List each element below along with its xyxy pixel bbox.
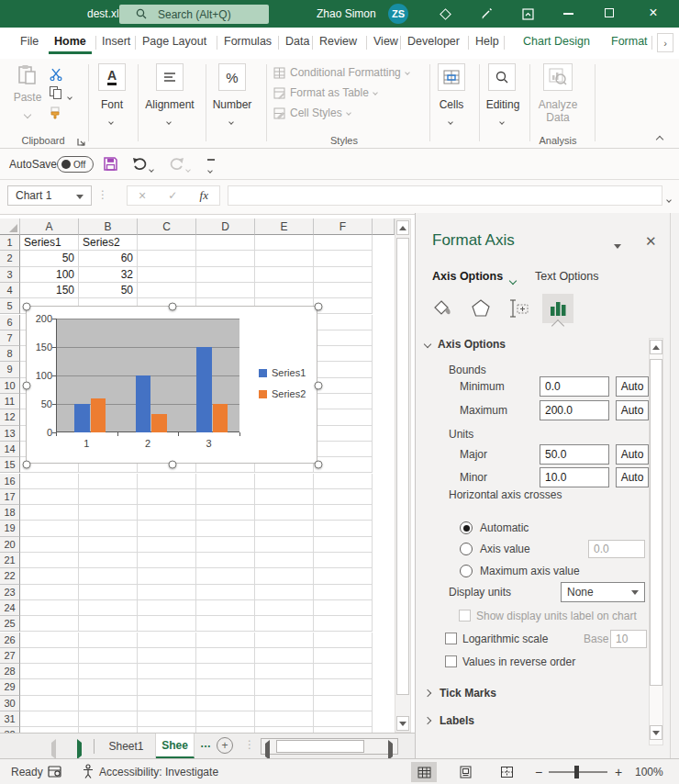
grid-cell[interactable] [255,235,314,251]
grid-cell[interactable] [20,553,79,568]
format-as-table-button[interactable]: Format as Table [273,86,377,99]
scrollbar-thumb[interactable] [396,238,409,695]
maximum-input[interactable] [540,400,609,420]
grid-cell[interactable] [79,553,138,568]
selection-handle[interactable] [315,303,323,311]
alignment-group-button[interactable]: Alignment [139,98,200,111]
view-normal-button[interactable] [411,762,437,782]
maximum-axis-value-radio[interactable] [460,565,473,577]
grid-cell[interactable] [138,474,196,489]
grid-cell[interactable] [196,664,255,679]
grid-cell[interactable] [196,251,255,266]
grid-cell[interactable]: Series1 [20,235,79,251]
grid-cell[interactable] [138,679,196,695]
selection-handle[interactable] [23,461,31,469]
grid-cell[interactable] [79,537,138,553]
expand-formula-bar-icon[interactable] [667,192,671,205]
grid-cell[interactable] [138,283,196,298]
insert-function-icon[interactable]: fx [200,188,208,203]
select-all-corner[interactable] [0,218,20,235]
grid-cell[interactable] [79,521,138,536]
grid-cell[interactable] [79,679,138,695]
row-header-11[interactable]: 11 [0,394,20,409]
grid-cell[interactable] [20,696,79,711]
grid-cell[interactable] [20,616,79,632]
font-icon[interactable]: A [98,63,126,91]
editing-group-button[interactable]: Editing [474,98,531,111]
minimum-input[interactable] [540,376,609,397]
autosave-toggle[interactable]: Off [57,156,94,173]
grid-cell[interactable] [79,489,138,505]
grid-cell[interactable] [314,537,373,553]
grid-cell[interactable] [20,664,79,679]
grid-cell[interactable] [314,633,373,648]
grid-cell[interactable] [138,235,196,251]
row-header-19[interactable]: 19 [0,521,20,536]
grid-cell[interactable] [314,711,373,727]
row-header-25[interactable]: 25 [0,616,20,632]
grid-cell[interactable]: 150 [20,283,79,298]
grid-cell[interactable] [314,648,373,664]
chart-bar-series2-cat1[interactable] [91,398,106,432]
major-auto-button[interactable]: Auto [616,444,649,465]
size-properties-icon[interactable] [504,294,535,323]
maximum-axis-value-label[interactable]: Maximum axis value [480,561,580,581]
grid-cell[interactable] [255,521,314,536]
row-header-8[interactable]: 8 [0,346,20,362]
tab-help[interactable]: Help [475,35,499,48]
row-header-5[interactable]: 5 [0,298,20,314]
enter-icon[interactable]: ✓ [168,189,177,202]
row-header-28[interactable]: 28 [0,664,20,679]
tab-format[interactable]: Format [611,35,648,48]
grid-cell[interactable] [196,585,255,600]
editing-chevron-icon[interactable] [500,114,504,127]
redo-icon[interactable] [169,156,184,174]
alignment-icon[interactable] [156,63,184,91]
column-header-E[interactable]: E [255,218,314,235]
row-header-31[interactable]: 31 [0,711,20,727]
font-group-button[interactable]: Font [84,98,139,111]
grid-cell[interactable] [20,648,79,664]
grid-cell[interactable] [20,489,79,505]
grid-cell[interactable] [314,251,373,266]
grid-cell[interactable] [138,489,196,505]
grid-cell[interactable] [196,283,255,298]
grid-cell[interactable] [314,267,373,283]
avatar[interactable]: ZS [388,4,408,24]
row-header-20[interactable]: 20 [0,537,20,553]
tab-chart-design[interactable]: Chart Design [523,35,590,48]
grid-cell[interactable] [314,346,373,362]
selection-handle[interactable] [23,382,31,390]
grid-cell[interactable] [314,585,373,600]
analyze-data-icon[interactable] [543,63,573,91]
tab-view[interactable]: View [373,35,398,48]
minor-auto-button[interactable]: Auto [616,467,649,487]
grid-cell[interactable] [255,267,314,283]
column-header-partial[interactable] [373,218,395,235]
more-tabs-button[interactable]: › [657,33,673,52]
grid-cell[interactable] [314,474,373,489]
maximize-button[interactable] [605,8,614,17]
chart-bar-series1-cat2[interactable] [136,375,151,432]
tab-axis-options[interactable]: Axis Options [432,270,503,283]
cells-chevron-icon[interactable] [449,114,452,127]
grid-cell[interactable] [255,568,314,584]
grid-cell[interactable] [20,633,79,648]
undo-icon[interactable] [132,156,148,174]
chart-bar-series2-cat3[interactable] [213,404,228,432]
pane-scrollbar[interactable] [649,338,663,745]
selection-handle[interactable] [169,461,177,469]
grid-cell[interactable] [314,298,373,314]
axis-options-chevron-icon[interactable] [510,274,516,286]
row-header-27[interactable]: 27 [0,648,20,664]
minimum-auto-button[interactable]: Auto [616,376,649,397]
cells-icon[interactable] [438,63,465,91]
grid-cell[interactable] [79,696,138,711]
tab-review[interactable]: Review [319,35,357,48]
column-header-C[interactable]: C [138,218,196,235]
row-header-18[interactable]: 18 [0,505,20,521]
axis-value-radio[interactable] [460,543,473,555]
ribbon-display-options-icon[interactable] [519,6,536,22]
grid-cell[interactable] [255,474,314,489]
tab-formulas[interactable]: Formulas [224,35,272,48]
